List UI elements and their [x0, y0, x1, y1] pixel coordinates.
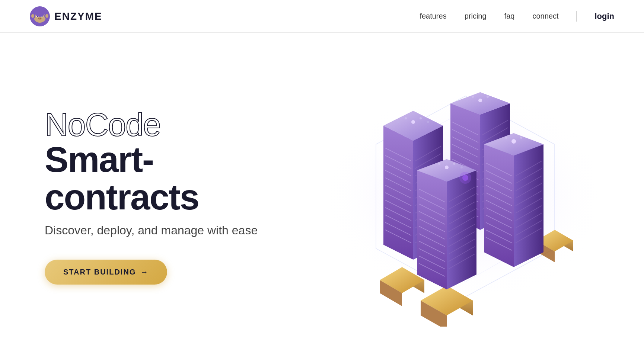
- svg-point-146: [520, 137, 522, 139]
- svg-marker-90: [447, 170, 476, 289]
- svg-point-114: [445, 166, 449, 169]
- nav-login[interactable]: login: [594, 12, 614, 21]
- svg-point-86: [478, 99, 482, 102]
- svg-point-117: [431, 166, 433, 169]
- nav-link-faq[interactable]: faq: [504, 12, 515, 20]
- logo-icon: [30, 6, 50, 26]
- svg-point-4: [31, 14, 34, 18]
- logo[interactable]: ENZYME: [30, 6, 102, 26]
- svg-point-116: [453, 163, 455, 165]
- hero-subtitle: Discover, deploy, and manage with ease: [45, 224, 305, 237]
- svg-point-144: [511, 139, 516, 144]
- navbar: ENZYME features pricing faq connect logi…: [0, 0, 644, 33]
- svg-point-12: [40, 17, 41, 19]
- hero-section: NoCode Smart-contracts Discover, deploy,…: [0, 33, 644, 353]
- svg-marker-119: [484, 144, 514, 267]
- svg-point-148: [459, 172, 471, 184]
- svg-point-58: [427, 121, 429, 123]
- svg-point-13: [35, 8, 45, 17]
- svg-point-118: [460, 166, 463, 169]
- cta-arrow: →: [140, 268, 149, 276]
- cta-label: START BUILDING: [63, 268, 136, 276]
- svg-point-87: [472, 96, 474, 98]
- start-building-button[interactable]: START BUILDING →: [45, 260, 167, 285]
- svg-point-57: [397, 121, 399, 123]
- svg-point-11: [38, 17, 39, 19]
- nav-links: features pricing faq connect login: [420, 11, 614, 22]
- nav-link-features[interactable]: features: [420, 12, 446, 20]
- svg-point-5: [45, 14, 48, 18]
- hero-illustration: [316, 66, 614, 327]
- hero-smart-contracts-text: Smart-contracts: [45, 141, 305, 216]
- hero-nocode-text: NoCode: [45, 108, 305, 141]
- svg-marker-26: [383, 126, 413, 260]
- svg-marker-89: [417, 170, 447, 289]
- svg-point-145: [505, 137, 507, 139]
- svg-point-54: [411, 120, 415, 124]
- hero-cta-area: START BUILDING →: [45, 260, 305, 285]
- svg-point-55: [405, 117, 407, 119]
- svg-point-115: [438, 163, 440, 165]
- nav-link-connect[interactable]: connect: [532, 12, 558, 20]
- svg-point-88: [487, 96, 489, 98]
- logo-text: ENZYME: [54, 10, 102, 22]
- hero-content: NoCode Smart-contracts Discover, deploy,…: [45, 108, 305, 285]
- nav-link-pricing[interactable]: pricing: [465, 12, 487, 20]
- svg-point-56: [420, 117, 422, 119]
- nav-divider: [576, 11, 577, 22]
- isometric-servers-svg: [316, 66, 614, 327]
